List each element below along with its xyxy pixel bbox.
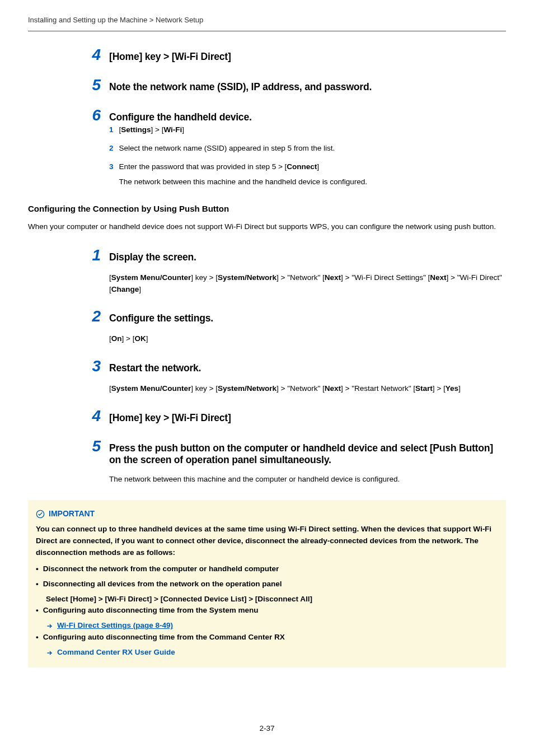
sub-step-number: 2 [109, 143, 114, 155]
important-bullet-text: Configuring auto disconnecting time from… [43, 605, 259, 617]
step-5: 5 Press the push button on the computer … [109, 437, 506, 486]
step-body: [On] > [OK] [109, 333, 506, 345]
important-sub-link-row: Command Center RX User Guide [46, 647, 498, 659]
step-title: Note the network name (SSID), IP address… [109, 81, 372, 93]
important-lead: You can connect up to three handheld dev… [36, 524, 498, 559]
step-3: 3 Restart the network. [System Menu/Coun… [109, 357, 506, 395]
important-sub-link-row: Wi-Fi Direct Settings (page 8-49) [46, 620, 498, 632]
bullet-dot: • [36, 578, 39, 590]
sub-step: 3Enter the password that was provided in… [109, 161, 506, 188]
important-bullet-text: Disconnecting all devices from the netwo… [43, 578, 282, 590]
step-number: 4 [85, 407, 100, 425]
step-title: [Home] key > [Wi-Fi Direct] [109, 51, 231, 63]
arrow-right-icon [46, 622, 54, 630]
step-body: [System Menu/Counter] key > [System/Netw… [109, 383, 506, 395]
important-sub-text: Select [Home] > [Wi-Fi Direct] > [Connec… [46, 594, 498, 605]
header-rule [28, 31, 506, 31]
important-bullet: •Configuring auto disconnecting time fro… [36, 605, 498, 617]
step-number: 5 [85, 76, 100, 94]
step-number: 2 [85, 307, 100, 325]
step-title: Press the push button on the computer or… [109, 442, 506, 466]
step-number: 6 [85, 106, 100, 124]
cross-reference-link[interactable]: Command Center RX User Guide [57, 647, 175, 659]
step-title: Configure the handheld device. [109, 111, 252, 123]
sub-step-text: Select the network name (SSID) appeared … [119, 143, 335, 155]
step-number: 1 [85, 246, 100, 264]
section-intro: When your computer or handheld device do… [28, 221, 506, 233]
section-heading: Configuring the Connection by Using Push… [28, 204, 506, 213]
sub-step-text: [Settings] > [Wi-Fi] [119, 124, 185, 136]
important-bullet-list: •Disconnect the network from the compute… [36, 563, 498, 659]
page-number: 2-37 [0, 724, 534, 732]
step-2: 2 Configure the settings. [On] > [OK] [109, 307, 506, 345]
bullet-dot: • [36, 563, 39, 575]
step-title: [Home] key > [Wi-Fi Direct] [109, 412, 231, 424]
step-title: Restart the network. [109, 362, 201, 374]
breadcrumb: Installing and Setting up the Machine > … [28, 16, 506, 31]
arrow-right-icon [46, 649, 54, 657]
important-note: IMPORTANT You can connect up to three ha… [28, 500, 506, 668]
sub-step-number: 1 [109, 124, 114, 136]
step-number: 5 [85, 437, 100, 455]
step-6-top: 6 Configure the handheld device. 1[Setti… [109, 106, 506, 188]
sub-step: 1[Settings] > [Wi-Fi] [109, 124, 506, 136]
important-bullet: •Disconnecting all devices from the netw… [36, 578, 498, 590]
sub-step: 2Select the network name (SSID) appeared… [109, 143, 506, 155]
sub-step-text: Enter the password that was provided in … [119, 161, 368, 188]
step-title: Display the screen. [109, 251, 196, 263]
step-4-top: 4 [Home] key > [Wi-Fi Direct] [109, 46, 506, 64]
important-bullet: •Configuring auto disconnecting time fro… [36, 632, 498, 643]
important-label: IMPORTANT [49, 508, 95, 520]
sub-step-extra: The network between this machine and the… [119, 176, 368, 188]
cross-reference-link[interactable]: Wi-Fi Direct Settings (page 8-49) [57, 620, 173, 632]
bullet-dot: • [36, 632, 39, 643]
step-5-top: 5 Note the network name (SSID), IP addre… [109, 76, 506, 94]
important-bullet: •Disconnect the network from the compute… [36, 563, 498, 575]
sub-step-number: 3 [109, 161, 114, 188]
step-1: 1 Display the screen. [System Menu/Count… [109, 246, 506, 296]
step-body: [System Menu/Counter] key > [System/Netw… [109, 272, 506, 296]
step-title: Configure the settings. [109, 312, 213, 324]
step-body: The network between this machine and the… [109, 474, 506, 486]
sub-step-list: 1[Settings] > [Wi-Fi]2Select the network… [109, 124, 506, 188]
important-bullet-text: Disconnect the network from the computer… [43, 563, 279, 575]
step-number: 3 [85, 357, 100, 375]
bullet-dot: • [36, 605, 39, 617]
check-circle-icon [36, 510, 45, 519]
step-4: 4 [Home] key > [Wi-Fi Direct] [109, 407, 506, 425]
important-bullet-text: Configuring auto disconnecting time from… [43, 632, 285, 643]
step-number: 4 [85, 46, 100, 64]
